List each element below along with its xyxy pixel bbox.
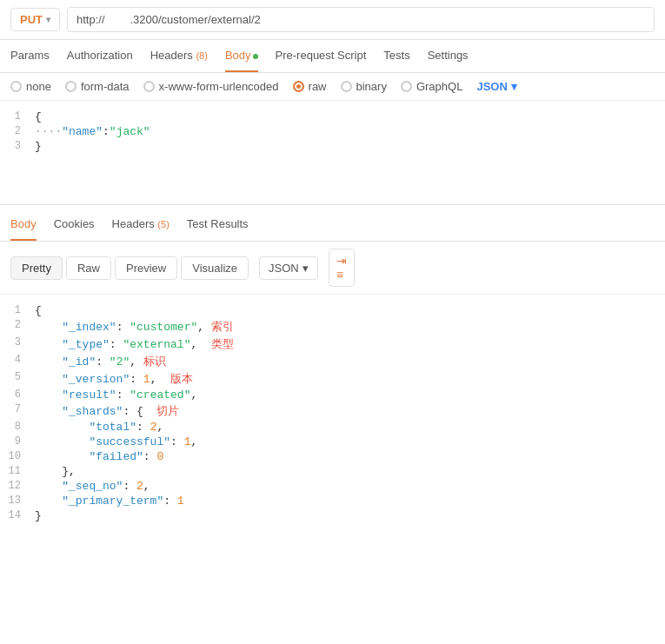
tab-authorization[interactable]: Authorization [67,40,133,72]
resp-line-6: 6 "result": "created", [0,388,665,402]
body-type-selector: none form-data x-www-form-urlencoded raw… [0,73,665,101]
radio-binary [341,81,352,92]
resp-line-10: 10 "failed": 0 [0,449,665,464]
resp-line-3: 3 "_type": "external", 类型 [0,335,665,353]
resp-line-8: 8 "total": 2, [0,420,665,435]
resp-line-11: 11 }, [0,464,665,479]
radio-form-data [65,81,76,92]
resp-line-4: 4 "_id": "2", 标识 [0,353,665,370]
body-type-urlencoded[interactable]: x-www-form-urlencoded [143,80,279,93]
resp-line-14: 14 } [0,508,665,523]
resp-tab-cookies[interactable]: Cookies [54,209,95,241]
body-type-graphql[interactable]: GraphQL [401,80,462,93]
radio-graphql [401,81,412,92]
url-input[interactable] [67,7,655,32]
view-btn-pretty[interactable]: Pretty [10,256,63,280]
response-format-chevron: ▾ [303,262,309,275]
headers-badge: (8) [196,50,207,61]
tab-pre-request[interactable]: Pre-request Script [276,40,367,72]
tab-headers[interactable]: Headers (8) [150,40,208,72]
method-chevron: ▾ [46,15,50,24]
resp-line-5: 5 "_version": 1, 版本 [0,370,665,388]
resp-tab-test-results[interactable]: Test Results [187,209,249,241]
radio-none [10,81,22,92]
resp-line-7: 7 "_shards": { 切片 [0,402,665,420]
resp-line-12: 12 "_seq_no": 2, [0,479,665,494]
resp-line-9: 9 "successful": 1, [0,435,665,449]
response-format-label: JSON [269,262,299,275]
view-btn-raw[interactable]: Raw [66,256,111,280]
tab-body[interactable]: Body [225,40,258,72]
wrap-button[interactable]: ⇥≡ [329,249,355,287]
body-type-binary[interactable]: binary [341,80,387,93]
method-label: PUT [20,13,43,26]
tab-settings[interactable]: Settings [428,40,469,72]
resp-line-13: 13 "_primary_term": 1 [0,494,665,508]
resp-tab-headers[interactable]: Headers (5) [112,209,170,241]
req-linenum-1: 1 [0,110,35,123]
resp-line-1: 1 { [0,303,665,318]
response-body-viewer: 1 { 2 "_index": "customer", 索引 3 "_type"… [0,295,665,532]
resp-headers-badge: (5) [157,219,169,229]
response-controls: Pretty Raw Preview Visualize JSON ▾ ⇥≡ [0,242,665,295]
resp-tab-body[interactable]: Body [10,209,37,241]
response-tabs: Body Cookies Headers (5) Test Results [0,209,665,242]
body-type-none[interactable]: none [10,80,51,93]
req-line-2: 2 ····"name":"jack" [0,124,665,139]
req-line-1: 1 { [0,110,665,124]
top-tabs: Params Authorization Headers (8) Body Pr… [0,40,665,73]
body-format-select[interactable]: JSON ▾ [476,80,516,93]
wrap-icon: ⇥≡ [336,254,347,282]
req-line-3: 3 } [0,139,665,154]
body-format-label: JSON [476,80,507,93]
req-code-3: } [35,140,42,153]
tab-params[interactable]: Params [10,40,50,72]
request-body-editor[interactable]: 1 { 2 ····"name":"jack" 3 } [0,101,665,205]
response-section: Body Cookies Headers (5) Test Results Pr… [0,205,665,532]
url-bar: PUT ▾ [0,0,665,40]
req-code-2: ····"name":"jack" [35,125,150,138]
view-btn-preview[interactable]: Preview [115,256,177,280]
resp-line-2: 2 "_index": "customer", 索引 [0,318,665,335]
response-format-select[interactable]: JSON ▾ [259,256,318,280]
radio-raw [293,81,304,92]
req-code-1: { [35,110,42,123]
tab-tests[interactable]: Tests [383,40,409,72]
view-btn-visualize[interactable]: Visualize [181,256,249,280]
req-linenum-2: 2 [0,125,35,137]
method-selector[interactable]: PUT ▾ [10,8,60,31]
body-type-form-data[interactable]: form-data [65,80,130,93]
radio-urlencoded [143,81,155,92]
req-linenum-3: 3 [0,140,35,152]
body-format-chevron: ▾ [511,80,517,93]
body-type-raw[interactable]: raw [293,80,327,93]
body-dot-indicator [253,54,258,59]
